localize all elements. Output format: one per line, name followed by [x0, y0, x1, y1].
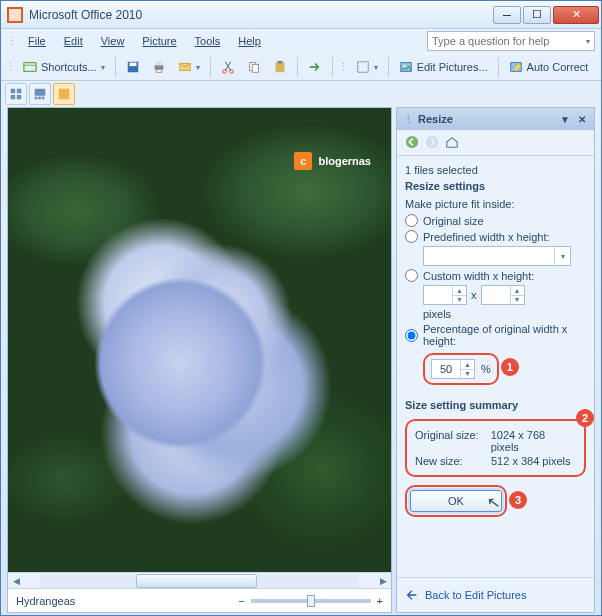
- save-icon: [126, 60, 140, 74]
- zoom-track[interactable]: [251, 599, 371, 603]
- zoom-thumb[interactable]: [307, 595, 315, 607]
- help-search-input[interactable]: [428, 35, 582, 47]
- scrollbar-thumb[interactable]: [136, 574, 257, 588]
- resize-settings-heading: Resize settings: [405, 180, 586, 192]
- svg-rect-20: [17, 89, 21, 93]
- horizontal-scrollbar[interactable]: ◀ ▶: [8, 572, 391, 588]
- view-filmstrip-button[interactable]: [29, 83, 51, 105]
- svg-point-10: [229, 70, 233, 74]
- window-title: Microsoft Office 2010: [29, 8, 493, 22]
- zoom-out-icon[interactable]: −: [238, 595, 244, 607]
- cut-icon: [221, 60, 235, 74]
- svg-rect-14: [277, 61, 282, 64]
- ok-button[interactable]: OK: [410, 490, 502, 512]
- view-thumbnails-button[interactable]: [5, 83, 27, 105]
- select-icon: [356, 60, 370, 74]
- svg-point-28: [406, 135, 418, 147]
- menu-picture[interactable]: Picture: [134, 32, 184, 50]
- minimize-button[interactable]: ─: [493, 6, 521, 24]
- maximize-button[interactable]: ☐: [523, 6, 551, 24]
- percentage-callout: 50▲▼ % 1: [423, 353, 499, 385]
- copy-icon: [247, 60, 261, 74]
- scroll-right-icon[interactable]: ▶: [375, 574, 391, 588]
- arrow-right-icon: [308, 60, 322, 74]
- save-button[interactable]: [121, 56, 145, 78]
- svg-rect-4: [129, 63, 136, 67]
- chevron-down-icon[interactable]: ▼: [558, 114, 572, 125]
- shortcuts-button[interactable]: Shortcuts...▾: [18, 56, 110, 78]
- nav-home-icon[interactable]: [445, 135, 459, 151]
- view-single-button[interactable]: [53, 83, 75, 105]
- chevron-down-icon[interactable]: ▾: [554, 247, 570, 265]
- zoom-slider[interactable]: − +: [238, 595, 383, 607]
- back-link[interactable]: Back to Edit Pictures: [397, 577, 594, 612]
- content-area: c blogernas ◀ ▶ Hydrangeas − + ⋮: [1, 107, 601, 615]
- copy-button[interactable]: [242, 56, 266, 78]
- callout-3: 3: [509, 491, 527, 509]
- radio-original[interactable]: [405, 214, 418, 227]
- menu-file[interactable]: File: [20, 32, 54, 50]
- menu-view[interactable]: View: [93, 32, 133, 50]
- select-button[interactable]: ▾: [351, 56, 383, 78]
- nav-back-icon[interactable]: [405, 135, 419, 151]
- svg-rect-26: [42, 97, 45, 100]
- percentage-spinner[interactable]: 50▲▼: [431, 359, 475, 379]
- help-search-box[interactable]: ▾: [427, 31, 595, 51]
- grip-icon: ⋮: [338, 61, 349, 74]
- paste-button[interactable]: [268, 56, 292, 78]
- grid-icon: [9, 87, 23, 101]
- picture-icon: [57, 87, 71, 101]
- print-icon: [152, 60, 166, 74]
- predefined-combo[interactable]: ▾: [423, 246, 571, 266]
- svg-rect-23: [35, 89, 46, 96]
- close-icon[interactable]: ✕: [576, 114, 588, 125]
- summary-heading: Size setting summary: [405, 399, 586, 411]
- menu-help[interactable]: Help: [230, 32, 269, 50]
- menu-bar: ⋮ File Edit View Picture Tools Help ▾: [1, 29, 601, 53]
- filmstrip-icon: [33, 87, 47, 101]
- watermark: c blogernas: [294, 152, 371, 170]
- close-button[interactable]: ✕: [553, 6, 599, 24]
- auto-correct-button[interactable]: Auto Correct: [504, 56, 594, 78]
- toolbar: ⋮ Shortcuts...▾ ▾ ⋮ ▾ Edit Pictures... A…: [1, 53, 601, 81]
- paste-icon: [273, 60, 287, 74]
- svg-rect-5: [154, 65, 163, 69]
- option-custom[interactable]: Custom width x height:: [405, 269, 586, 282]
- svg-rect-12: [252, 64, 258, 72]
- cut-button[interactable]: [216, 56, 240, 78]
- summary-callout: 2 Original size:1024 x 768 pixels New si…: [405, 419, 586, 477]
- taskpane-header: ⋮ Resize ▼ ✕: [397, 108, 594, 130]
- edit-pictures-button[interactable]: Edit Pictures...: [394, 56, 493, 78]
- zoom-in-icon[interactable]: +: [377, 595, 383, 607]
- svg-point-9: [222, 70, 226, 74]
- scrollbar-track[interactable]: [40, 574, 359, 588]
- svg-rect-25: [38, 97, 41, 100]
- mail-button[interactable]: ▾: [173, 56, 205, 78]
- chevron-down-icon[interactable]: ▾: [582, 37, 594, 46]
- auto-correct-icon: [509, 60, 523, 74]
- export-button[interactable]: [303, 56, 327, 78]
- radio-percentage[interactable]: [405, 329, 418, 342]
- callout-2: 2: [576, 409, 594, 427]
- view-switcher: [1, 81, 79, 107]
- svg-rect-24: [35, 97, 38, 100]
- menu-tools[interactable]: Tools: [187, 32, 229, 50]
- option-original-size[interactable]: Original size: [405, 214, 586, 227]
- menu-edit[interactable]: Edit: [56, 32, 91, 50]
- mail-icon: [178, 60, 192, 74]
- custom-height-spinner[interactable]: ▲▼: [481, 285, 525, 305]
- svg-rect-22: [17, 95, 21, 99]
- radio-predefined[interactable]: [405, 230, 418, 243]
- app-window: Microsoft Office 2010 ─ ☐ ✕ ⋮ File Edit …: [0, 0, 602, 616]
- nav-forward-icon[interactable]: [425, 135, 439, 151]
- print-button[interactable]: [147, 56, 171, 78]
- scroll-left-icon[interactable]: ◀: [8, 574, 24, 588]
- original-size-label: Original size:: [415, 429, 485, 453]
- option-percentage[interactable]: Percentage of original width x height:: [405, 323, 586, 347]
- taskpane-body: 1 files selected Resize settings Make pi…: [397, 156, 594, 577]
- radio-custom[interactable]: [405, 269, 418, 282]
- image-viewport[interactable]: c blogernas: [8, 108, 391, 572]
- option-predefined[interactable]: Predefined width x height:: [405, 230, 586, 243]
- watermark-logo: c: [294, 152, 312, 170]
- custom-width-spinner[interactable]: ▲▼: [423, 285, 467, 305]
